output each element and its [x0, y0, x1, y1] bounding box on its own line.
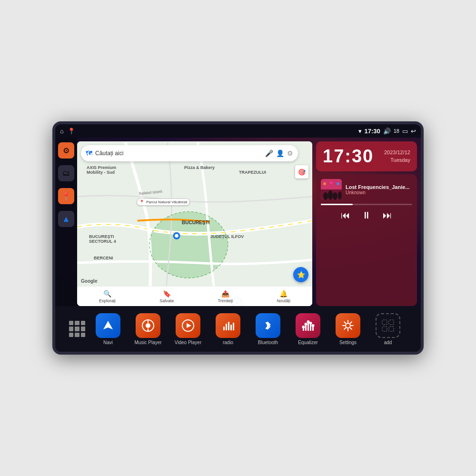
app-music-player[interactable]: Music Player	[129, 313, 167, 345]
svg-point-37	[346, 323, 350, 328]
svg-point-13	[338, 191, 342, 200]
track-artist: Unknown	[346, 190, 412, 195]
status-bar: ⌂ 📍 ▾ 17:30 🔊 18 ▭ ↩	[55, 124, 421, 138]
center-section: AXIS PremiumMobility - Sud Pizza & Baker…	[77, 138, 316, 306]
app-grid-button[interactable]	[69, 321, 85, 337]
map-nav-news-label: Noutăți	[277, 298, 290, 303]
music-player-label: Music Player	[134, 340, 161, 345]
grid-dot	[81, 321, 85, 325]
music-controls: ⏮ ⏸ ⏭	[321, 210, 412, 221]
sidebar-navigation[interactable]: ▲	[58, 211, 74, 227]
back-icon[interactable]: ↩	[411, 128, 416, 135]
radio-icon	[216, 313, 240, 338]
svg-rect-22	[223, 327, 225, 330]
battery-pct: 18	[394, 128, 399, 134]
map-nav-send-label: Trimiteți	[218, 298, 233, 303]
bluetooth-label: Bluetooth	[258, 340, 278, 345]
location-button[interactable]: 🎯	[295, 165, 308, 178]
main-area: ⚙ 🗂 📍 ▲	[55, 138, 421, 306]
track-name: Lost Frequencies_Janie...	[346, 184, 412, 190]
equalizer-icon	[296, 313, 320, 338]
app-navi[interactable]: Navi	[89, 313, 127, 345]
map-nav-saved[interactable]: 🔖 Salvate	[159, 290, 174, 303]
svg-point-1	[149, 212, 228, 278]
map-nav-news[interactable]: 🔔 Noutăți	[277, 290, 290, 303]
svg-point-36	[312, 324, 315, 327]
progress-bar-fill	[321, 204, 353, 205]
map-nav-explore[interactable]: 🔍 Explorați	[99, 290, 116, 303]
svg-point-35	[309, 322, 312, 325]
home-icon[interactable]: ⌂	[60, 128, 64, 135]
map-background: AXIS PremiumMobility - Sud Pizza & Baker…	[77, 141, 312, 306]
battery-icon: ▭	[402, 128, 408, 135]
app-video-player[interactable]: Video Player	[169, 313, 207, 345]
svg-rect-40	[382, 327, 387, 331]
svg-marker-17	[103, 321, 113, 329]
pause-button[interactable]: ⏸	[362, 210, 371, 221]
sidebar-files[interactable]: 🗂	[58, 165, 74, 181]
sidebar-maps[interactable]: 📍	[58, 188, 74, 204]
svg-point-14	[323, 182, 326, 185]
svg-point-32	[302, 326, 305, 328]
video-player-label: Video Player	[175, 340, 202, 345]
svg-point-33	[305, 323, 307, 326]
app-add[interactable]: add	[369, 313, 407, 345]
music-widget: Lost Frequencies_Janie... Unknown ⏮ ⏸ ⏭	[316, 174, 417, 306]
map-nav-send[interactable]: 📤 Trimiteți	[218, 290, 233, 303]
map-bottom-nav: 🔍 Explorați 🔖 Salvate 📤 Trimiteți 🔔 Nout…	[77, 286, 312, 306]
location-icon[interactable]: 📍	[68, 128, 75, 135]
navi-icon	[96, 313, 120, 338]
settings-icon	[336, 313, 360, 338]
map-nav-explore-label: Explorați	[99, 298, 116, 303]
progress-bar	[321, 204, 412, 205]
svg-rect-25	[230, 325, 232, 330]
app-bar: Navi Music Player	[55, 306, 421, 352]
navigate-button[interactable]: ⭐	[293, 267, 308, 282]
svg-rect-38	[382, 320, 387, 325]
app-settings[interactable]: Settings	[329, 313, 367, 345]
next-button[interactable]: ⏭	[383, 210, 392, 221]
album-art	[321, 179, 342, 200]
svg-point-4	[175, 234, 178, 238]
grid-dot	[69, 327, 73, 331]
music-track-info: Lost Frequencies_Janie... Unknown	[321, 179, 412, 200]
account-icon[interactable]: 👤	[276, 149, 284, 157]
map-nav-saved-label: Salvate	[159, 298, 174, 303]
svg-point-15	[330, 181, 333, 184]
settings-map-icon[interactable]: ⚙	[287, 149, 293, 157]
grid-dot	[81, 327, 85, 331]
map-search-input[interactable]	[95, 150, 262, 157]
status-left: ⌂ 📍	[60, 128, 75, 135]
grid-dot	[69, 333, 73, 337]
svg-point-12	[333, 192, 337, 200]
svg-point-19	[146, 323, 150, 328]
svg-point-10	[323, 192, 328, 200]
google-logo: Google	[81, 278, 97, 284]
navi-label: Navi	[103, 340, 113, 345]
music-player-icon	[136, 313, 160, 338]
app-radio[interactable]: radio	[209, 313, 247, 345]
google-maps-icon: 🗺	[86, 149, 92, 157]
device-frame: ⌂ 📍 ▾ 17:30 🔊 18 ▭ ↩ ⚙ 🗂 📍 ▲	[52, 121, 424, 355]
grid-dot	[69, 321, 73, 325]
svg-point-11	[328, 190, 333, 200]
app-grid: Navi Music Player	[89, 313, 407, 345]
status-time: 17:30	[365, 128, 380, 135]
prev-button[interactable]: ⏮	[341, 210, 350, 221]
sidebar-settings[interactable]: ⚙	[58, 142, 74, 159]
app-equalizer[interactable]: Equalizer	[289, 313, 327, 345]
map-container[interactable]: AXIS PremiumMobility - Sud Pizza & Baker…	[77, 141, 312, 306]
svg-rect-30	[310, 324, 311, 331]
map-svg	[77, 141, 312, 306]
map-search-bar[interactable]: 🗺 🎤 👤 ⚙	[81, 145, 298, 161]
mic-icon[interactable]: 🎤	[265, 149, 273, 157]
svg-rect-24	[228, 322, 229, 330]
sidebar: ⚙ 🗂 📍 ▲	[55, 138, 77, 306]
app-bluetooth[interactable]: Bluetooth	[249, 313, 287, 345]
equalizer-label: Equalizer	[298, 340, 318, 345]
svg-rect-23	[226, 324, 227, 330]
grid-dot	[75, 327, 79, 331]
svg-rect-29	[307, 322, 309, 331]
volume-icon[interactable]: 🔊	[383, 128, 391, 135]
svg-point-16	[337, 182, 339, 185]
